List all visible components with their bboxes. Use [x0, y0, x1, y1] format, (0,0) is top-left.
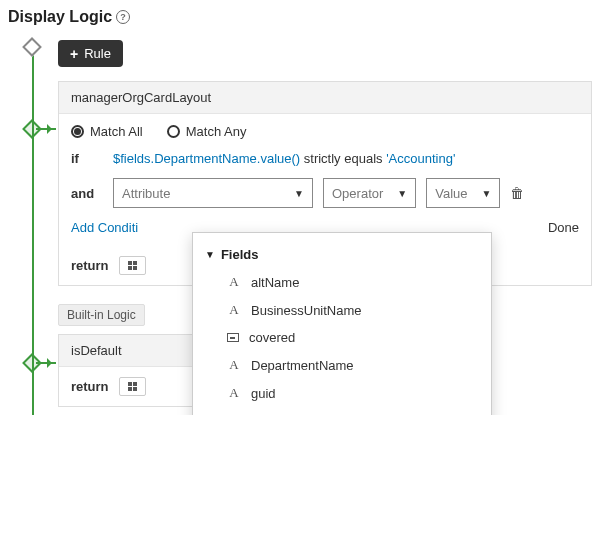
dropdown-item-JobName[interactable]: AJobName	[193, 407, 491, 415]
box-type-icon	[227, 333, 239, 342]
rule-card-header: managerOrgCardLayout	[59, 82, 591, 114]
group-fields-label: Fields	[221, 247, 259, 262]
chevron-down-icon: ▼	[205, 249, 215, 260]
done-button[interactable]: Done	[548, 220, 579, 235]
dropdown-item-altName[interactable]: AaltName	[193, 268, 491, 296]
chevron-down-icon: ▼	[482, 188, 492, 199]
dropdown-item-label: JobName	[251, 414, 307, 416]
dropdown-item-covered[interactable]: covered	[193, 324, 491, 351]
radio-selected-icon	[71, 125, 84, 138]
dropdown-item-guid[interactable]: Aguid	[193, 379, 491, 407]
page-title: Display Logic ?	[8, 8, 592, 26]
operator-label: Operator	[332, 186, 383, 201]
layout-icon	[128, 382, 137, 391]
dropdown-item-label: BusinessUnitName	[251, 303, 362, 318]
attribute-input[interactable]: Attribute ▼	[113, 178, 313, 208]
text-type-icon: A	[227, 385, 241, 401]
chevron-down-icon: ▼	[294, 188, 304, 199]
match-all-label: Match All	[90, 124, 143, 139]
text-type-icon: A	[227, 413, 241, 415]
match-all-option[interactable]: Match All	[71, 124, 143, 139]
dropdown-item-label: guid	[251, 386, 276, 401]
text-type-icon: A	[227, 357, 241, 373]
attribute-dropdown: ▼ Fields AaltNameABusinessUnitNamecovere…	[192, 232, 492, 415]
radio-unselected-icon	[167, 125, 180, 138]
condition-row-1: if $fields.DepartmentName.value() strict…	[71, 151, 579, 166]
chevron-down-icon: ▼	[397, 188, 407, 199]
condition-expression[interactable]: $fields.DepartmentName.value() strictly …	[113, 151, 455, 166]
expr-operator: strictly equals	[304, 151, 383, 166]
expr-field: $fields.DepartmentName.value()	[113, 151, 300, 166]
page-title-text: Display Logic	[8, 8, 112, 26]
dropdown-group-fields[interactable]: ▼ Fields	[193, 241, 491, 268]
expr-literal: 'Accounting'	[386, 151, 455, 166]
dropdown-item-BusinessUnitName[interactable]: ABusinessUnitName	[193, 296, 491, 324]
built-in-logic-label: Built-in Logic	[58, 304, 145, 326]
text-type-icon: A	[227, 274, 241, 290]
delete-condition-icon[interactable]: 🗑	[510, 185, 524, 201]
return-chip[interactable]	[119, 256, 146, 275]
return-keyword: return	[71, 258, 109, 273]
and-keyword: and	[71, 186, 103, 201]
value-select[interactable]: Value ▼	[426, 178, 500, 208]
dropdown-item-label: covered	[249, 330, 295, 345]
add-rule-button[interactable]: + Rule	[58, 40, 123, 67]
default-return-chip[interactable]	[119, 377, 146, 396]
if-keyword: if	[71, 151, 103, 166]
match-any-option[interactable]: Match Any	[167, 124, 247, 139]
dropdown-item-label: DepartmentName	[251, 358, 354, 373]
match-mode-row: Match All Match Any	[71, 124, 579, 139]
add-rule-label: Rule	[84, 46, 111, 61]
flow-arrow-default	[36, 362, 56, 364]
condition-row-2: and Attribute ▼ Operator ▼ Value ▼ 🗑	[71, 178, 579, 208]
dropdown-item-DepartmentName[interactable]: ADepartmentName	[193, 351, 491, 379]
flow-node-start	[22, 37, 42, 57]
operator-select[interactable]: Operator ▼	[323, 178, 416, 208]
help-icon[interactable]: ?	[116, 10, 130, 24]
plus-icon: +	[70, 47, 78, 61]
dropdown-item-label: altName	[251, 275, 299, 290]
match-any-label: Match Any	[186, 124, 247, 139]
add-condition-link[interactable]: Add Conditi	[71, 220, 138, 235]
text-type-icon: A	[227, 302, 241, 318]
return-keyword: return	[71, 379, 109, 394]
attribute-placeholder: Attribute	[122, 186, 170, 201]
layout-icon	[128, 261, 137, 270]
flow-arrow-rule	[36, 128, 56, 130]
value-label: Value	[435, 186, 467, 201]
